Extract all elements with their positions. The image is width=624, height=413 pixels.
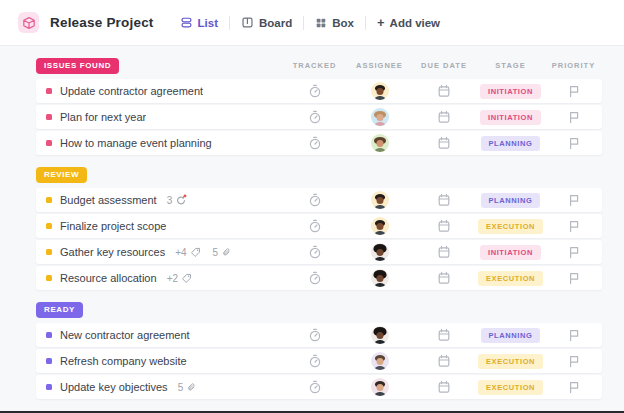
due-date-button[interactable] [412,271,476,285]
status-bullet [46,197,52,203]
assignee-avatar [371,217,389,235]
task-title[interactable]: Resource allocation [60,272,157,284]
stage-badge[interactable]: EXECUTION [478,271,543,286]
tab-box-label: Box [332,17,354,29]
box-grid-icon [315,17,327,29]
assignee-cell[interactable] [347,217,412,235]
add-view-button[interactable]: + Add view [377,16,440,29]
task-row[interactable]: How to manage event planning PLANNING [36,131,602,155]
status-bullet [46,88,52,94]
project-logo-icon [18,12,39,33]
track-time-button[interactable] [282,271,347,285]
priority-button[interactable] [545,354,602,368]
refresh-icon [175,194,187,206]
task-title[interactable]: New contractor agreement [60,329,190,341]
tab-board-label: Board [259,17,292,29]
due-date-button[interactable] [412,245,476,259]
stage-badge[interactable]: INITIATION [480,84,541,99]
assignee-cell[interactable] [347,191,412,209]
task-title[interactable]: Update key objectives [60,381,168,393]
due-date-button[interactable] [412,219,476,233]
assignee-cell[interactable] [347,108,412,126]
priority-button[interactable] [545,84,602,98]
due-date-button[interactable] [412,380,476,394]
status-bullet [46,223,52,229]
tab-list[interactable]: List [180,16,218,29]
priority-button[interactable] [545,219,602,233]
assignee-cell[interactable] [347,134,412,152]
column-header-due-date: DUE DATE [412,61,476,70]
label-count: +4 [175,247,186,258]
group-badge-review[interactable]: REVIEW [36,167,87,183]
task-row[interactable]: Budget assessment 3 PLANNING [36,188,602,212]
due-date-button[interactable] [412,193,476,207]
stage-badge[interactable]: INITIATION [480,245,541,260]
task-title[interactable]: Finalize project scope [60,220,166,232]
priority-button[interactable] [545,380,602,394]
priority-button[interactable] [545,328,602,342]
task-row[interactable]: Gather key resources +4 5 INITIATION [36,240,602,264]
assignee-cell[interactable] [347,326,412,344]
assignee-cell[interactable] [347,269,412,287]
task-title[interactable]: Update contractor agreement [60,85,203,97]
track-time-button[interactable] [282,136,347,150]
task-row[interactable]: Update contractor agreement INITIATION [36,79,602,103]
group-header-row: READY [36,302,602,317]
track-time-button[interactable] [282,219,347,233]
assignee-cell[interactable] [347,243,412,261]
stage-badge[interactable]: PLANNING [481,328,541,343]
priority-button[interactable] [545,136,602,150]
track-time-button[interactable] [282,84,347,98]
task-title[interactable]: Budget assessment [60,194,157,206]
track-time-button[interactable] [282,380,347,394]
priority-flag-icon [567,380,581,394]
due-date-button[interactable] [412,354,476,368]
priority-flag-icon [567,110,581,124]
due-date-button[interactable] [412,136,476,150]
assignee-cell[interactable] [347,378,412,396]
time-tracked-icon [308,271,322,285]
track-time-button[interactable] [282,193,347,207]
plus-icon: + [377,16,385,29]
group-badge-ready[interactable]: READY [36,302,83,318]
stage-badge[interactable]: PLANNING [481,193,541,208]
due-date-button[interactable] [412,84,476,98]
tab-board[interactable]: Board [241,16,292,29]
task-row[interactable]: New contractor agreement PLANNING [36,323,602,347]
group-badge-issues-found[interactable]: ISSUES FOUND [36,58,119,74]
task-row[interactable]: Plan for next year INITIATION [36,105,602,129]
priority-button[interactable] [545,110,602,124]
task-title[interactable]: Plan for next year [60,111,146,123]
tab-list-label: List [198,17,218,29]
priority-button[interactable] [545,193,602,207]
stage-badge[interactable]: EXECUTION [478,219,543,234]
assignee-cell[interactable] [347,82,412,100]
task-title[interactable]: Gather key resources [60,246,165,258]
task-row[interactable]: Finalize project scope EXECUTION [36,214,602,238]
stage-badge[interactable]: EXECUTION [478,380,543,395]
priority-flag-icon [567,219,581,233]
task-row[interactable]: Refresh company website EXECUTION [36,349,602,373]
track-time-button[interactable] [282,328,347,342]
task-row[interactable]: Resource allocation +2 EXECUTION [36,266,602,290]
tab-box[interactable]: Box [315,17,354,29]
priority-flag-icon [567,84,581,98]
priority-button[interactable] [545,245,602,259]
track-time-button[interactable] [282,354,347,368]
stage-badge[interactable]: PLANNING [481,136,541,151]
due-date-button[interactable] [412,328,476,342]
stage-badge[interactable]: INITIATION [480,110,541,125]
time-tracked-icon [308,354,322,368]
due-date-button[interactable] [412,110,476,124]
task-title[interactable]: How to manage event planning [60,137,212,149]
status-bullet [46,358,52,364]
priority-flag-icon [567,193,581,207]
tag-icon [181,273,192,284]
track-time-button[interactable] [282,110,347,124]
task-title[interactable]: Refresh company website [60,355,187,367]
track-time-button[interactable] [282,245,347,259]
assignee-cell[interactable] [347,352,412,370]
stage-badge[interactable]: EXECUTION [478,354,543,369]
priority-button[interactable] [545,271,602,285]
task-row[interactable]: Update key objectives 5 EXECUTION [36,375,602,399]
